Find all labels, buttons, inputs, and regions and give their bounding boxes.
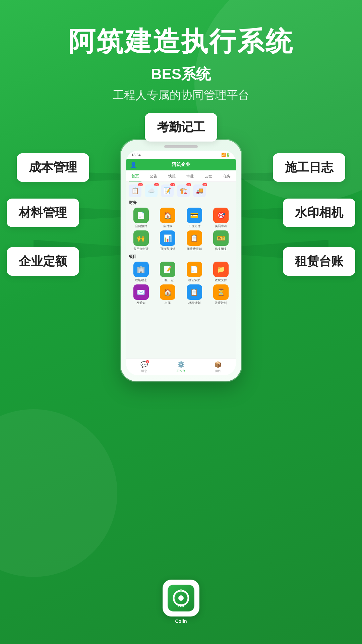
header: 阿筑建造执行系统 BES系统 工程人专属的协同管理平台 xyxy=(0,0,362,103)
nav-back-icon: 👤 xyxy=(130,162,137,168)
app-item-hetong[interactable]: 📄 合同预付 xyxy=(129,208,154,228)
project-title: 项目 xyxy=(129,254,233,260)
app-logo: 阿筑 xyxy=(163,580,199,616)
tab-approve[interactable]: 审批 xyxy=(184,172,196,181)
app-logo-svg: 阿筑 xyxy=(172,589,190,607)
app-logo-wrapper: 阿筑 Colin xyxy=(163,580,199,624)
bottom-nav-workbench[interactable]: ⚙️ 工作台 xyxy=(176,361,185,373)
svg-text:阿筑: 阿筑 xyxy=(178,604,184,607)
phone-bottom-nav: 💬6 消息 ⚙️ 工作台 📦 项目 xyxy=(126,359,236,375)
project-grid: 🏢 现场动态 📝 工程日志 📄 签证索赔 📁 xyxy=(129,262,233,305)
finance-grid: 📄 合同预付 🏠 应付款 💳 工资支付 🎯 xyxy=(129,208,233,251)
app-logo-label: Colin xyxy=(175,619,187,624)
main-title: 阿筑建造执行系统 xyxy=(0,27,362,56)
app-item-jindu[interactable]: ⏳ 进度计划 xyxy=(209,284,234,305)
top-icon-2[interactable]: 📝43 xyxy=(161,184,174,197)
app-item-gongzi[interactable]: 💳 工资支付 xyxy=(182,208,207,228)
svg-point-1 xyxy=(178,595,184,601)
feature-tag-chengben[interactable]: 成本管理 xyxy=(17,153,89,182)
app-item-zhijie[interactable]: 📊 直接费报销 xyxy=(156,230,180,251)
top-icon-4[interactable]: 🚚24 xyxy=(193,184,206,197)
status-icons: 📶🔋 xyxy=(221,153,231,157)
app-item-fatongzhi[interactable]: ✉️ 发通知 xyxy=(129,284,154,305)
phone-mockup: 13:54 📶🔋 👤 阿筑企业 首页 公告 快报 审批 云盘 任务 xyxy=(121,140,241,381)
svg-point-2 xyxy=(180,589,182,592)
app-item-gongcheng[interactable]: 📝 工程日志 xyxy=(156,262,180,282)
finance-title: 财务 xyxy=(129,200,233,206)
status-time: 13:54 xyxy=(131,153,141,157)
app-item-jiezhi[interactable]: 🎫 借支预支 xyxy=(209,230,234,251)
app-item-xianchang[interactable]: 🏢 现场动态 xyxy=(129,262,154,282)
top-icon-0[interactable]: 📋18 xyxy=(129,184,141,197)
tab-notice[interactable]: 公告 xyxy=(147,172,160,181)
phone-status-bar: 13:54 📶🔋 xyxy=(126,151,236,159)
feature-tag-shigong[interactable]: 材料管理 xyxy=(7,199,79,227)
phone-content: 📋18 ☁️30 📝43 🏗️26 🚚24 xyxy=(126,182,236,311)
top-icon-1[interactable]: ☁️30 xyxy=(145,184,158,197)
app-item-beiyong[interactable]: 🙌 备用金申请 xyxy=(129,230,154,251)
bottom-nav-messages[interactable]: 💬6 消息 xyxy=(140,361,148,373)
app-item-jiangfa[interactable]: 🎯 奖罚申请 xyxy=(209,208,234,228)
feature-tag-shuiyin[interactable]: 水印相机 xyxy=(283,199,355,227)
phone-screen: 13:54 📶🔋 👤 阿筑企业 首页 公告 快报 审批 云盘 任务 xyxy=(126,151,236,375)
top-icon-row: 📋18 ☁️30 📝43 🏗️26 🚚24 xyxy=(129,184,233,197)
app-item-chuku[interactable]: 🏠 出库 xyxy=(156,284,180,305)
feature-tag-zulin[interactable]: 租赁台账 xyxy=(283,247,355,276)
phone-nav-bar: 👤 阿筑企业 xyxy=(126,159,236,170)
app-name: 阿筑企业 xyxy=(172,162,190,167)
app-logo-inner: 阿筑 xyxy=(168,585,194,611)
app-item-cailiao[interactable]: 📋 材料计划 xyxy=(182,284,207,305)
phone-notch xyxy=(164,145,198,148)
feature-tag-kaoquan[interactable]: 考勤记工 xyxy=(145,113,217,142)
feature-tag-cailiao[interactable]: 施工日志 xyxy=(273,153,345,182)
app-item-jianjie[interactable]: 📋 间接费报销 xyxy=(182,230,207,251)
feature-tag-qiye[interactable]: 企业定额 xyxy=(7,247,79,276)
features-area: 考勤记工 成本管理 施工日志 材料管理 水印相机 企业定额 租赁台账 13:54… xyxy=(0,113,362,415)
top-icon-3[interactable]: 🏗️26 xyxy=(177,184,190,197)
phone-tabs: 首页 公告 快报 审批 云盘 任务 xyxy=(126,170,236,182)
app-item-yingfu[interactable]: 🏠 应付款 xyxy=(156,208,180,228)
app-item-shoufawenjian[interactable]: 📁 收发文件 xyxy=(209,262,234,282)
phone-outer: 13:54 📶🔋 👤 阿筑企业 首页 公告 快报 审批 云盘 任务 xyxy=(121,140,241,381)
sub-title-2: 工程人专属的协同管理平台 xyxy=(0,88,362,103)
tab-home[interactable]: 首页 xyxy=(129,172,141,181)
bottom-nav-project[interactable]: 📦 项目 xyxy=(214,361,222,373)
tab-task[interactable]: 任务 xyxy=(221,172,233,181)
tab-cloud[interactable]: 云盘 xyxy=(202,172,215,181)
tab-news[interactable]: 快报 xyxy=(166,172,178,181)
sub-title-1: BES系统 xyxy=(0,64,362,84)
app-item-qianzhen[interactable]: 📄 签证索赔 xyxy=(182,262,207,282)
